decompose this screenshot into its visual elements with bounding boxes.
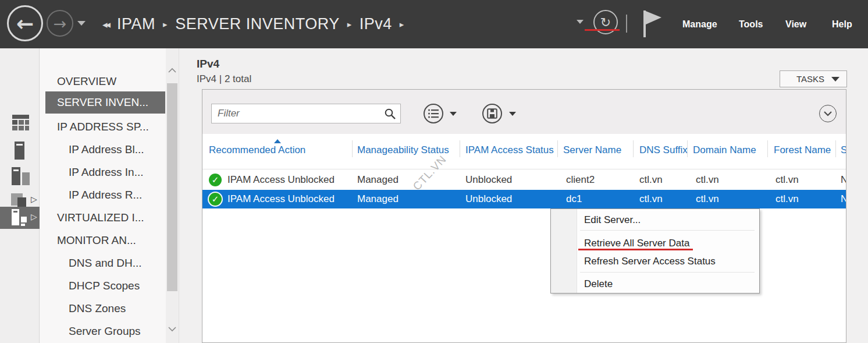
column-header-manageability-status[interactable]: Manageability Status xyxy=(357,143,449,157)
column-header-domain-name[interactable]: Domain Name xyxy=(693,143,756,157)
list-icon xyxy=(428,108,439,119)
status-ok-icon: ✓ xyxy=(209,169,222,190)
dashboard-icon xyxy=(12,115,30,131)
column-header-clipped[interactable]: S xyxy=(841,143,846,157)
forward-arrow-icon: → xyxy=(54,15,67,33)
column-header-dns-suffix[interactable]: DNS Suffix xyxy=(639,143,688,157)
sort-ascending-icon xyxy=(274,139,281,143)
tasks-button-label: TASKS xyxy=(796,74,824,84)
cell-forest-name: ctl.vn xyxy=(775,169,799,190)
context-menu-item-delete[interactable]: Delete xyxy=(584,277,613,292)
column-divider xyxy=(460,140,460,157)
nav-item-monitor-and-manage[interactable]: MONITOR AN... xyxy=(40,229,165,252)
save-query-caret-icon[interactable] xyxy=(509,112,516,116)
cell-domain-name: ctl.vn xyxy=(696,190,719,208)
nav-item-server-inventory[interactable]: SERVER INVEN... xyxy=(45,91,165,114)
column-header-forest-name[interactable]: Forest Name xyxy=(774,143,831,157)
table-row-client2[interactable]: ✓ IPAM Access Unblocked Managed Unblocke… xyxy=(202,169,846,190)
menu-manage[interactable]: Manage xyxy=(682,0,717,48)
menu-help[interactable]: Help xyxy=(832,0,852,48)
nav-item-ip-address-blocks[interactable]: IP Address Bl... xyxy=(40,139,165,161)
sidebar-item-local-server[interactable] xyxy=(0,140,40,163)
column-divider xyxy=(687,140,688,157)
refresh-caret-icon[interactable] xyxy=(577,20,584,24)
expand-arrow-icon[interactable]: ▷ xyxy=(31,212,37,221)
menu-tools[interactable]: Tools xyxy=(739,0,763,48)
nav-item-overview[interactable]: OVERVIEW xyxy=(40,70,165,93)
nav-item-dns-and-dhcp[interactable]: DNS and DH... xyxy=(40,252,165,274)
breadcrumb-separator-icon: ▸ xyxy=(163,19,168,30)
nav-item-ip-address-space[interactable]: IP ADDRESS SP... xyxy=(40,116,165,138)
cell-clipped: N xyxy=(841,190,846,208)
back-arrow-icon: ← xyxy=(16,12,34,36)
status-ok-icon: ✓ xyxy=(209,190,222,208)
table-row-dc1-selected[interactable]: ✓ IPAM Access Unblocked Managed Unblocke… xyxy=(202,190,846,208)
column-divider xyxy=(352,140,353,157)
cell-server-name: dc1 xyxy=(566,190,582,208)
column-header-recommended-action[interactable]: Recommended Action xyxy=(209,143,305,157)
ipam-icon xyxy=(12,209,30,227)
sidebar-item-dashboard[interactable] xyxy=(0,112,40,136)
breadcrumb-item-ipam[interactable]: IPAM xyxy=(117,15,155,33)
menu-view[interactable]: View xyxy=(785,0,806,48)
notifications-flag-icon[interactable] xyxy=(642,9,663,38)
tasks-button[interactable]: TASKS xyxy=(780,70,847,87)
breadcrumb: ◂◂ IPAM ▸ SERVER INVENTORY ▸ IPv4 ▸ xyxy=(102,0,412,48)
cell-domain-name: ctl.vn xyxy=(696,169,719,190)
context-menu-divider xyxy=(580,230,755,231)
breadcrumb-item-ipv4[interactable]: IPv4 xyxy=(360,15,392,33)
nav-item-server-groups[interactable]: Server Groups xyxy=(40,320,165,342)
column-divider xyxy=(557,140,558,157)
cell-dns-suffix: ctl.vn xyxy=(639,190,663,208)
cell-manageability-status: Managed xyxy=(357,169,399,190)
filter-input[interactable] xyxy=(211,104,401,123)
page-subtitle: IPv4 | 2 total xyxy=(197,73,251,85)
scroll-down-icon[interactable] xyxy=(168,326,177,332)
column-divider xyxy=(835,140,836,157)
breadcrumb-item-server-inventory[interactable]: SERVER INVENTORY xyxy=(175,15,340,33)
search-icon xyxy=(384,108,397,121)
expand-arrow-icon[interactable]: ▷ xyxy=(31,195,37,204)
nav-item-virtualized[interactable]: VIRTUALIZED I... xyxy=(40,207,165,229)
scroll-up-icon[interactable] xyxy=(168,68,177,73)
column-header-ipam-access-status[interactable]: IPAM Access Status xyxy=(465,143,554,157)
context-menu-item-refresh-server-access-status[interactable]: Refresh Server Access Status xyxy=(584,254,716,269)
breadcrumb-collapse-icon[interactable]: ◂◂ xyxy=(102,19,109,30)
column-header-server-name[interactable]: Server Name xyxy=(563,143,621,157)
sidebar-item-all-servers[interactable] xyxy=(0,165,40,189)
column-divider xyxy=(767,140,768,157)
cell-recommended-action: IPAM Access Unblocked xyxy=(227,190,335,208)
cell-clipped: N xyxy=(841,169,846,190)
context-menu-item-edit-server[interactable]: Edit Server... xyxy=(584,213,641,228)
forward-button[interactable]: → xyxy=(47,10,73,37)
save-query-button[interactable] xyxy=(482,104,502,123)
nav-item-ip-address-ranges[interactable]: IP Address R... xyxy=(40,184,165,206)
page-title: IPv4 xyxy=(197,58,219,70)
cell-ipam-access-status: Unblocked xyxy=(465,190,512,208)
context-menu: Edit Server... Retrieve All Server Data … xyxy=(550,208,760,294)
all-servers-icon xyxy=(12,167,30,186)
nav-item-ip-address-inventory[interactable]: IP Address In... xyxy=(40,161,165,183)
filter-criteria-button[interactable] xyxy=(424,104,443,123)
top-navigation-bar: ← → ◂◂ IPAM ▸ SERVER INVENTORY ▸ IPv4 ▸ … xyxy=(0,0,868,48)
cell-server-name: client2 xyxy=(566,169,595,190)
icon-sidebar: ▷ ▷ xyxy=(0,48,40,343)
tasks-caret-icon xyxy=(831,77,839,82)
server-manager-window: ← → ◂◂ IPAM ▸ SERVER INVENTORY ▸ IPv4 ▸ … xyxy=(0,0,868,343)
back-button[interactable]: ← xyxy=(7,5,43,41)
nav-history-caret-icon[interactable] xyxy=(77,21,86,26)
annotation-underline-retrieve xyxy=(578,249,693,250)
cell-dns-suffix: ctl.vn xyxy=(639,169,663,190)
scrollbar-thumb[interactable] xyxy=(167,83,177,291)
filter-criteria-caret-icon[interactable] xyxy=(450,112,457,116)
cell-recommended-action: IPAM Access Unblocked xyxy=(227,169,335,190)
breadcrumb-separator-icon: ▸ xyxy=(400,19,404,30)
refresh-icon: ↻ xyxy=(600,15,611,30)
nav-item-dns-zones[interactable]: DNS Zones xyxy=(40,298,165,320)
nav-item-dhcp-scopes[interactable]: DHCP Scopes xyxy=(40,275,165,297)
collapse-panel-button[interactable] xyxy=(819,105,837,122)
column-divider xyxy=(633,140,634,157)
nav-scrollbar[interactable] xyxy=(166,48,179,343)
sidebar-item-ipam[interactable]: ▷ xyxy=(0,207,40,229)
cell-ipam-access-status: Unblocked xyxy=(465,169,512,190)
